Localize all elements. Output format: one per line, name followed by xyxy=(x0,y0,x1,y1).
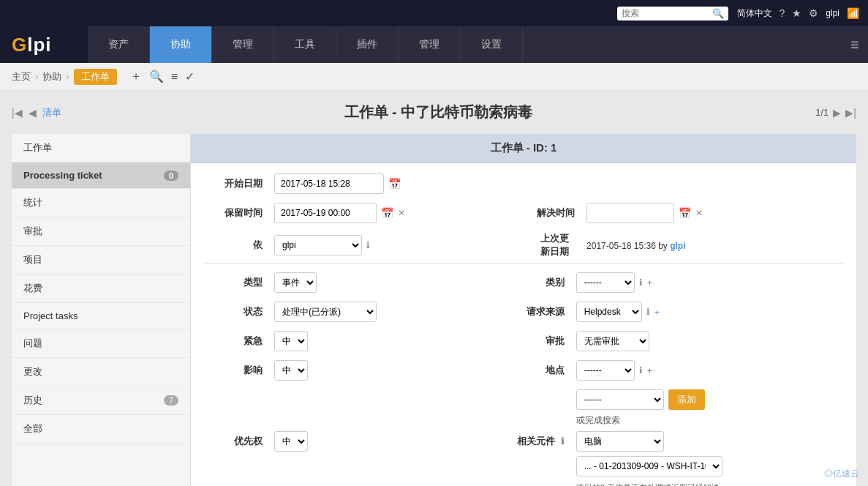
by-info-icon[interactable]: ℹ xyxy=(366,240,370,250)
row-start-date: 开始日期 📅 xyxy=(203,169,845,198)
start-date-calendar-icon[interactable]: 📅 xyxy=(388,178,401,190)
sidebar-label-processing: Processing ticket xyxy=(23,170,102,181)
resolve-time-calendar-icon[interactable]: 📅 xyxy=(679,207,691,219)
category-add-icon[interactable]: + xyxy=(647,277,653,288)
by-select[interactable]: glpi xyxy=(274,235,362,255)
nav-help[interactable]: 协助 xyxy=(150,26,212,63)
sidebar-item-problem[interactable]: 问题 xyxy=(12,329,190,358)
category-info-icon[interactable]: ℹ xyxy=(639,277,643,288)
check-icon[interactable]: ✓ xyxy=(185,70,195,83)
last-page-btn[interactable]: ▶| xyxy=(845,107,856,119)
related-type-select[interactable]: ------ xyxy=(576,389,664,410)
breadcrumb-help[interactable]: 协助 xyxy=(42,70,61,83)
related-item2-select[interactable]: ... - 01-201309-009 - WSH-IT-1002 xyxy=(576,456,722,476)
priority-select[interactable]: 中 xyxy=(274,431,308,452)
hold-time-calendar-icon[interactable]: 📅 xyxy=(381,207,393,219)
priority-select-group: 中 xyxy=(274,431,484,452)
sidebar-item-approval[interactable]: 审批 xyxy=(12,217,190,246)
related-section: ------ 添加 或完成搜索 电脑 xyxy=(576,389,839,486)
breadcrumb-ticket[interactable]: 工作单 xyxy=(74,69,117,85)
main-layout: 工作单 Processing ticket 0 统计 审批 项目 花费 Proj… xyxy=(12,134,856,486)
add-icon[interactable]: ＋ xyxy=(130,69,142,84)
sidebar-item-change[interactable]: 更改 xyxy=(12,358,190,386)
page-container: |◀ ◀ 清单 工作单 - 中了比特币勒索病毒 1/1 ▶ ▶| 工作单 Pro… xyxy=(0,91,868,486)
next-page-btn[interactable]: ▶ xyxy=(833,107,841,119)
by-label: 依 xyxy=(203,228,268,263)
hold-time-clear-icon[interactable]: ✕ xyxy=(398,208,405,218)
row-status-source: 状态 处理中(已分派) 请求来源 xyxy=(203,297,845,326)
list-link[interactable]: 清单 xyxy=(42,106,61,119)
hold-time-cell: 📅 ✕ xyxy=(268,198,531,228)
location-select[interactable]: ------ xyxy=(576,360,635,381)
nav-tools[interactable]: 工具 xyxy=(274,26,336,63)
page-nav: |◀ ◀ 清单 工作单 - 中了比特币勒索病毒 1/1 ▶ ▶| xyxy=(12,102,856,122)
start-date-input[interactable] xyxy=(274,173,384,194)
hold-time-input[interactable] xyxy=(274,203,377,223)
location-add-icon[interactable]: + xyxy=(647,365,653,376)
prev-page-btn[interactable]: ◀ xyxy=(29,107,37,119)
category-select[interactable]: ------ xyxy=(576,272,635,293)
urgency-cell: 中 xyxy=(268,326,490,356)
signal-icon[interactable]: 📶 xyxy=(847,7,859,19)
logo-area: Glpi xyxy=(0,26,88,63)
nav-assets[interactable]: 资产 xyxy=(88,26,150,63)
resolve-time-input-group: 📅 ✕ xyxy=(586,203,817,223)
location-select-group: ------ ℹ + xyxy=(576,360,839,381)
add-button[interactable]: 添加 xyxy=(668,389,705,410)
sidebar-item-project[interactable]: 项目 xyxy=(12,246,190,274)
search-input[interactable] xyxy=(622,8,709,18)
type-select[interactable]: 事件 xyxy=(274,272,317,293)
sidebar-item-history[interactable]: 历史 7 xyxy=(12,386,190,415)
location-cell: ------ ℹ + xyxy=(570,356,845,385)
nav-plugins[interactable]: 插件 xyxy=(336,26,399,63)
resolve-time-input[interactable] xyxy=(586,203,674,223)
last-update-value: 2017-05-18 15:36 by glpi xyxy=(586,241,685,251)
search-box[interactable]: 🔍 xyxy=(617,7,728,20)
urgency-select[interactable]: 中 xyxy=(274,331,308,351)
sidebar-item-processing[interactable]: Processing ticket 0 xyxy=(12,162,190,189)
list-icon[interactable]: ≡ xyxy=(171,70,178,83)
location-label: 地点 xyxy=(505,356,570,385)
sidebar-badge-history: 7 xyxy=(164,395,178,405)
nav-mgmt[interactable]: 管理 xyxy=(399,26,461,63)
page-title: 工作单 - 中了比特币勒索病毒 xyxy=(61,102,816,122)
related-item-select[interactable]: 电脑 xyxy=(576,431,664,452)
sidebar-item-cost[interactable]: 花费 xyxy=(12,274,190,303)
request-source-add-icon[interactable]: + xyxy=(654,307,660,318)
star-icon[interactable]: ★ xyxy=(792,7,801,19)
row-priority-related: 优先权 中 相关元件 ℹ xyxy=(203,385,845,486)
sidebar-item-all[interactable]: 全部 xyxy=(12,415,190,444)
related-label-text: 相关元件 xyxy=(517,435,555,446)
related-label: 相关元件 ℹ xyxy=(505,385,570,486)
resolve-time-clear-icon[interactable]: ✕ xyxy=(695,208,703,218)
request-source-select[interactable]: Helpdesk xyxy=(576,302,642,322)
sidebar-item-workorder[interactable]: 工作单 xyxy=(12,134,190,162)
help-icon[interactable]: ? xyxy=(780,7,785,19)
location-info-icon[interactable]: ℹ xyxy=(639,365,643,375)
nav-admin[interactable]: 管理 xyxy=(212,26,274,63)
by-cell: glpi ℹ xyxy=(268,228,531,263)
approval-cell: 无需审批 xyxy=(570,326,845,356)
nav-menu-icon[interactable]: ☰ xyxy=(842,26,868,63)
breadcrumb-home[interactable]: 主页 xyxy=(12,70,31,83)
status-select[interactable]: 处理中(已分派) xyxy=(274,302,377,322)
related-info-icon[interactable]: ℹ xyxy=(561,436,565,446)
gear-icon[interactable]: ⚙ xyxy=(809,7,818,19)
priority-label: 优先权 xyxy=(203,385,268,486)
approval-select[interactable]: 无需审批 xyxy=(576,331,649,351)
sidebar-item-stats[interactable]: 统计 xyxy=(12,189,190,217)
impact-label: 影响 xyxy=(203,356,268,385)
sidebar-item-project-tasks[interactable]: Project tasks xyxy=(12,303,190,329)
first-page-btn[interactable]: |◀ xyxy=(12,107,23,119)
lang-label[interactable]: 简体中文 xyxy=(737,7,772,20)
related-cell: ------ 添加 或完成搜索 电脑 xyxy=(570,385,845,486)
request-source-info-icon[interactable]: ℹ xyxy=(646,307,650,317)
spacer-3 xyxy=(823,169,845,198)
impact-select[interactable]: 中 xyxy=(274,360,308,381)
type-label: 类型 xyxy=(203,268,268,297)
search-breadcrumb-icon[interactable]: 🔍 xyxy=(149,70,164,83)
spacer-1 xyxy=(531,169,581,198)
impact-select-group: 中 xyxy=(274,360,484,381)
search-icon[interactable]: 🔍 xyxy=(712,8,724,19)
nav-settings[interactable]: 设置 xyxy=(461,26,523,63)
